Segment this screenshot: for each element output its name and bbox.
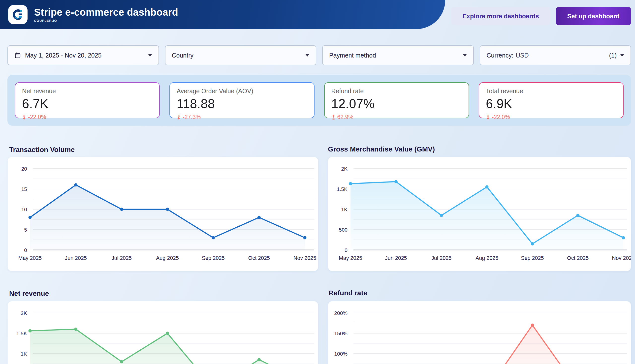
brand-label: COUPLER.IO xyxy=(34,19,178,22)
chart-title-net-revenue: Net revenue xyxy=(9,290,49,298)
chart-title-refund-rate: Refund rate xyxy=(329,289,367,297)
arrow-down-icon xyxy=(22,114,26,120)
kpi-change-value: -22.0% xyxy=(28,114,46,120)
svg-text:Sep 2025: Sep 2025 xyxy=(521,255,544,261)
svg-text:Oct 2025: Oct 2025 xyxy=(567,255,589,261)
chevron-down-icon xyxy=(148,54,152,56)
kpi-card-aov: Average Order Value (AOV) 118.88 -27.3% xyxy=(169,82,314,118)
svg-text:2K: 2K xyxy=(21,310,27,316)
date-range-dropdown[interactable]: May 1, 2025 - Nov 20, 2025 xyxy=(8,46,159,65)
kpi-change: -27.3% xyxy=(177,114,307,120)
svg-text:20: 20 xyxy=(21,166,27,172)
svg-text:1.5K: 1.5K xyxy=(337,186,348,192)
svg-text:0: 0 xyxy=(345,247,348,253)
chart-title-transaction-volume: Transaction Volume xyxy=(9,146,75,154)
svg-text:150%: 150% xyxy=(334,330,348,336)
page-title: Stripe e-commerce dashboard xyxy=(34,7,178,18)
refund-rate-chart: 0%50%100%150%200%May 2025Jun 2025Jul 202… xyxy=(328,301,631,364)
svg-text:100%: 100% xyxy=(334,351,348,356)
svg-text:Jun 2025: Jun 2025 xyxy=(65,255,87,261)
kpi-change-value: -27.3% xyxy=(183,114,201,120)
svg-text:5: 5 xyxy=(24,227,27,232)
kpi-card-net-revenue: Net revenue 6.7K -22.0% xyxy=(15,82,160,118)
payment-method-label: Payment method xyxy=(329,52,459,59)
kpi-label: Total revenue xyxy=(486,88,616,95)
svg-text:Aug 2025: Aug 2025 xyxy=(156,255,179,261)
currency-count-badge: (1) xyxy=(609,52,617,59)
header-actions: Explore more dashboards Set up dashboard xyxy=(451,7,631,25)
svg-text:Nov 2025: Nov 2025 xyxy=(293,255,316,261)
svg-text:0: 0 xyxy=(24,247,27,253)
chevron-down-icon xyxy=(620,54,624,56)
gmv-chart: 05001K1.5K2KMay 2025Jun 2025Jul 2025Aug … xyxy=(328,157,631,271)
svg-text:1K: 1K xyxy=(21,351,27,356)
kpi-change-value: 62.9% xyxy=(337,114,353,120)
calendar-icon xyxy=(15,52,21,59)
arrow-down-icon xyxy=(486,114,490,120)
net-revenue-chart: 05001K1.5K2KMay 2025Jun 2025Jul 2025Aug … xyxy=(8,301,318,364)
setup-dashboard-button[interactable]: Set up dashboard xyxy=(556,7,631,25)
coupler-logo xyxy=(8,5,28,24)
chevron-down-icon xyxy=(463,54,467,56)
svg-text:Sep 2025: Sep 2025 xyxy=(202,255,225,261)
country-dropdown[interactable]: Country xyxy=(165,46,317,65)
chart-title-gmv: Gross Merchandise Value (GMV) xyxy=(328,145,435,153)
kpi-change: 62.9% xyxy=(331,114,462,120)
svg-text:10: 10 xyxy=(21,206,27,212)
kpi-change: -22.0% xyxy=(22,114,153,120)
svg-text:1K: 1K xyxy=(341,206,348,212)
svg-text:Oct 2025: Oct 2025 xyxy=(248,255,270,261)
date-range-value: May 1, 2025 - Nov 20, 2025 xyxy=(25,52,145,59)
app-header: Stripe e-commerce dashboard COUPLER.IO xyxy=(0,0,445,29)
transaction-volume-chart: 05101520May 2025Jun 2025Jul 2025Aug 2025… xyxy=(8,157,318,271)
svg-text:2K: 2K xyxy=(341,166,348,172)
svg-text:Nov 2025: Nov 2025 xyxy=(612,255,631,261)
filter-bar: May 1, 2025 - Nov 20, 2025 Country Payme… xyxy=(8,46,631,65)
svg-text:Jul 2025: Jul 2025 xyxy=(112,255,132,261)
kpi-card-total-revenue: Total revenue 6.9K -22.0% xyxy=(479,82,623,118)
svg-text:1.5K: 1.5K xyxy=(16,330,27,336)
svg-text:200%: 200% xyxy=(334,310,348,316)
kpi-strip: Net revenue 6.7K -22.0% Average Order Va… xyxy=(8,75,631,126)
kpi-change-value: -22.0% xyxy=(492,114,510,120)
currency-label: Currency: xyxy=(487,52,513,59)
svg-text:Jun 2025: Jun 2025 xyxy=(385,255,407,261)
svg-text:Jul 2025: Jul 2025 xyxy=(431,255,451,261)
explore-dashboards-button[interactable]: Explore more dashboards xyxy=(451,7,550,25)
svg-text:15: 15 xyxy=(21,186,27,192)
kpi-label: Average Order Value (AOV) xyxy=(177,88,307,95)
kpi-label: Net revenue xyxy=(22,88,153,95)
kpi-value: 12.07% xyxy=(331,96,462,111)
svg-text:500: 500 xyxy=(339,227,348,232)
chevron-down-icon xyxy=(305,54,309,56)
kpi-label: Refund rate xyxy=(331,88,462,95)
kpi-value: 118.88 xyxy=(177,96,307,111)
payment-method-dropdown[interactable]: Payment method xyxy=(322,46,474,65)
arrow-up-icon xyxy=(331,114,336,120)
svg-text:May 2025: May 2025 xyxy=(18,255,42,261)
currency-dropdown[interactable]: Currency: USD (1) xyxy=(480,46,631,65)
kpi-value: 6.9K xyxy=(486,96,616,111)
arrow-down-icon xyxy=(177,114,181,120)
svg-text:Aug 2025: Aug 2025 xyxy=(475,255,498,261)
kpi-change: -22.0% xyxy=(486,114,616,120)
kpi-value: 6.7K xyxy=(22,96,153,111)
coupler-logo-icon xyxy=(11,8,25,22)
kpi-card-refund-rate: Refund rate 12.07% 62.9% xyxy=(324,82,469,118)
svg-text:May 2025: May 2025 xyxy=(339,255,362,261)
currency-value: USD xyxy=(516,52,606,59)
country-label: Country xyxy=(172,52,302,59)
